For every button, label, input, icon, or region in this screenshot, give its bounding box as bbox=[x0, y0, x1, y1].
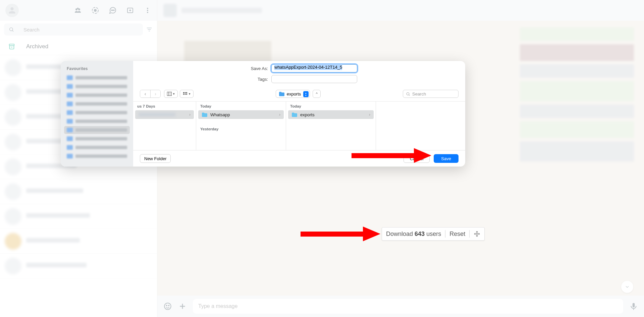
favourite-item[interactable] bbox=[64, 82, 130, 90]
svg-rect-31 bbox=[185, 92, 186, 93]
save-dialog: Favourites Save As: whatsAppExport-2024-… bbox=[61, 61, 465, 167]
favourite-item[interactable] bbox=[64, 91, 130, 99]
column-header: us 7 Days bbox=[133, 102, 196, 110]
favourite-item[interactable] bbox=[64, 152, 130, 160]
search-icon bbox=[406, 92, 410, 96]
download-toolbar: Download 643 users Reset bbox=[382, 227, 485, 241]
reset-button[interactable]: Reset bbox=[449, 231, 465, 238]
browser-column-3[interactable] bbox=[376, 102, 465, 150]
divider bbox=[445, 230, 445, 238]
favourites-heading: Favourites bbox=[67, 66, 127, 71]
location-dropdown[interactable]: exports ▴▾ bbox=[276, 90, 310, 98]
view-columns-button[interactable]: ▾ bbox=[164, 90, 178, 98]
favourite-item[interactable] bbox=[64, 135, 130, 143]
chevron-right-icon: › bbox=[189, 112, 191, 117]
browser-column-2[interactable]: Today exports › bbox=[286, 102, 376, 150]
location-label: exports bbox=[287, 91, 301, 97]
cancel-button[interactable]: Cancel bbox=[404, 154, 430, 163]
save-as-label: Save As: bbox=[241, 66, 268, 71]
svg-point-36 bbox=[407, 92, 409, 95]
download-button[interactable]: Download 643 users bbox=[386, 231, 441, 238]
view-group-button[interactable]: ▾ bbox=[180, 90, 194, 98]
dialog-top-fields: Save As: whatsAppExport-2024-04-12T14_5 … bbox=[133, 61, 465, 88]
folder-icon bbox=[202, 112, 208, 117]
svg-rect-33 bbox=[183, 94, 184, 95]
svg-rect-32 bbox=[186, 92, 187, 93]
new-folder-button[interactable]: New Folder bbox=[140, 154, 171, 163]
dialog-sidebar: Favourites bbox=[61, 61, 133, 167]
chevron-right-icon: › bbox=[279, 112, 280, 117]
save-button[interactable]: Save bbox=[434, 154, 459, 163]
folder-name: Whatsapp bbox=[210, 112, 230, 117]
forward-button[interactable]: › bbox=[150, 90, 160, 98]
favourite-item[interactable] bbox=[64, 109, 130, 117]
search-placeholder: Search bbox=[412, 91, 426, 97]
tags-input[interactable] bbox=[271, 75, 357, 83]
favourite-item-selected[interactable] bbox=[64, 126, 130, 134]
favourite-item[interactable] bbox=[64, 100, 130, 108]
dialog-toolbar: ‹ › ▾ ▾ exports ▴▾ ^ bbox=[133, 88, 465, 102]
svg-line-37 bbox=[409, 94, 410, 95]
dialog-main: Save As: whatsAppExport-2024-04-12T14_5 … bbox=[133, 61, 465, 167]
nav-buttons: ‹ › bbox=[140, 90, 161, 98]
tags-label: Tags: bbox=[241, 77, 268, 82]
stepper-icon: ▴▾ bbox=[303, 91, 309, 97]
chevron-right-icon: › bbox=[369, 112, 370, 117]
column-subheader: Yesterday bbox=[196, 124, 286, 132]
favourite-item[interactable] bbox=[64, 143, 130, 151]
svg-rect-27 bbox=[167, 92, 172, 96]
svg-rect-35 bbox=[186, 94, 187, 95]
browser-column-0[interactable]: us 7 Days › bbox=[133, 102, 196, 150]
divider bbox=[469, 230, 470, 238]
column-browser: us 7 Days › Today Whatsapp › Yesterday T… bbox=[133, 102, 465, 150]
folder-icon bbox=[291, 112, 298, 117]
svg-rect-30 bbox=[183, 92, 184, 93]
move-icon[interactable] bbox=[474, 231, 480, 237]
filename-input[interactable]: whatsAppExport-2024-04-12T14_5 bbox=[271, 64, 357, 72]
svg-rect-34 bbox=[185, 94, 186, 95]
dialog-search[interactable]: Search bbox=[403, 90, 459, 98]
folder-icon bbox=[279, 91, 285, 96]
columns-icon bbox=[167, 92, 172, 96]
column-header: Today bbox=[196, 102, 286, 110]
column-header: Today bbox=[286, 102, 376, 110]
folder-name: exports bbox=[300, 112, 315, 117]
browser-column-1[interactable]: Today Whatsapp › Yesterday bbox=[196, 102, 286, 150]
folder-row[interactable]: exports › bbox=[288, 110, 374, 119]
back-button[interactable]: ‹ bbox=[140, 90, 150, 98]
dialog-footer: New Folder Cancel Save bbox=[133, 150, 465, 167]
folder-row[interactable]: Whatsapp › bbox=[198, 110, 284, 119]
folder-row[interactable]: › bbox=[135, 110, 194, 119]
favourite-item[interactable] bbox=[64, 74, 130, 82]
collapse-button[interactable]: ^ bbox=[313, 90, 321, 98]
favourite-item[interactable] bbox=[64, 117, 130, 125]
grid-icon bbox=[183, 92, 187, 96]
